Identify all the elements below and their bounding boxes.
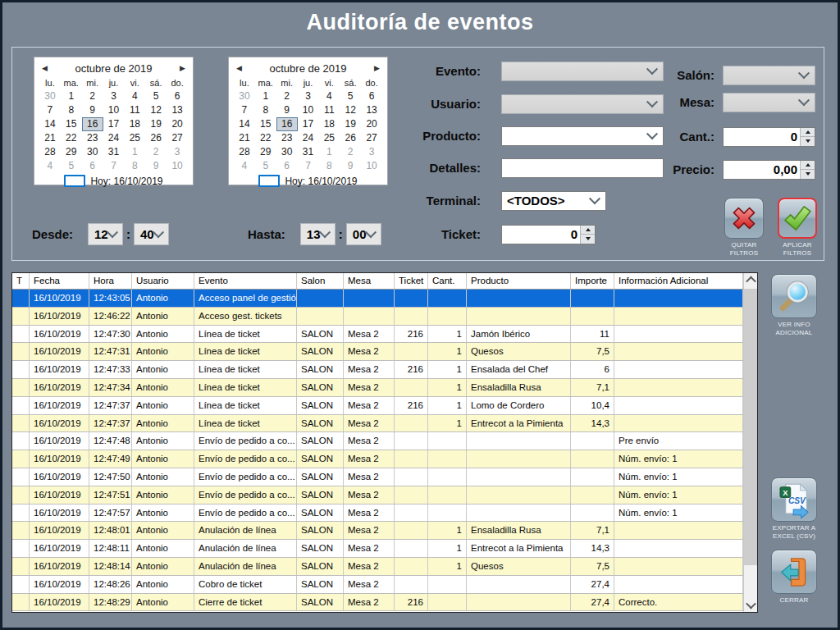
- calendar-day[interactable]: 30: [234, 89, 255, 103]
- calendar-day-today[interactable]: 16: [82, 117, 103, 131]
- calendar-day[interactable]: 10: [103, 103, 125, 117]
- spin-down-icon[interactable]: [801, 169, 815, 179]
- calendar-day[interactable]: 3: [167, 145, 188, 159]
- calendar-day[interactable]: 1: [255, 89, 276, 103]
- calendar-day[interactable]: 1: [61, 89, 82, 103]
- column-header-mesa[interactable]: Mesa: [344, 273, 395, 289]
- calendar-day[interactable]: 18: [124, 117, 145, 131]
- calendar-day[interactable]: 4: [234, 159, 255, 173]
- column-header-evento[interactable]: Evento: [194, 273, 297, 289]
- calendar-day[interactable]: 6: [82, 159, 103, 173]
- hasta-hour-dropdown[interactable]: 13: [300, 223, 336, 245]
- calendar-month-label[interactable]: octubre de 2019: [270, 62, 347, 75]
- calendar-day[interactable]: 30: [39, 89, 61, 103]
- calendar-day[interactable]: 25: [124, 131, 145, 145]
- calendar-day[interactable]: 30: [82, 145, 103, 159]
- cerrar-button[interactable]: [771, 550, 817, 594]
- calendar-day[interactable]: 9: [276, 103, 298, 117]
- calendar-prev-icon[interactable]: ◀: [234, 64, 244, 72]
- calendar-day[interactable]: 5: [145, 89, 167, 103]
- calendar-today-row[interactable]: Hoy: 16/10/2019: [39, 175, 188, 187]
- calendar-day[interactable]: 31: [103, 145, 125, 159]
- calendar-day[interactable]: 29: [255, 145, 276, 159]
- column-header-t[interactable]: T: [12, 273, 30, 289]
- calendar-day[interactable]: 29: [61, 145, 82, 159]
- table-row[interactable]: 16/10/201912:47:57AntonioEnvío de pedido…: [12, 504, 743, 523]
- table-row[interactable]: 16/10/201912:48:14AntonioAnulación de lí…: [12, 558, 743, 576]
- quitar-filtros-button[interactable]: [724, 198, 764, 239]
- ticket-spinner[interactable]: 0: [501, 225, 596, 244]
- calendar-day[interactable]: 21: [234, 131, 255, 145]
- column-header-producto[interactable]: Producto: [467, 273, 571, 289]
- mesa-dropdown[interactable]: [723, 93, 815, 112]
- table-row[interactable]: 16/10/201912:47:37AntonioLínea de ticket…: [12, 397, 743, 415]
- calendar-month-label[interactable]: octubre de 2019: [75, 62, 153, 75]
- calendar-day[interactable]: 20: [167, 117, 188, 131]
- calendar-day[interactable]: 27: [167, 131, 188, 145]
- calendar-day[interactable]: 17: [103, 117, 125, 131]
- calendar-day[interactable]: 10: [167, 159, 188, 173]
- desde-minute-dropdown[interactable]: 40: [134, 223, 169, 245]
- terminal-dropdown[interactable]: <TODOS>: [501, 191, 606, 211]
- spin-up-icon[interactable]: [801, 161, 815, 170]
- calendar-day[interactable]: 6: [276, 159, 298, 173]
- calendar-day[interactable]: 14: [39, 117, 61, 131]
- table-row[interactable]: 16/10/201912:47:33AntonioLínea de ticket…: [12, 361, 743, 379]
- calendar-day[interactable]: 24: [103, 131, 125, 145]
- exportar-excel-csv-button[interactable]: X CSV: [771, 477, 817, 522]
- calendar-day[interactable]: 13: [167, 103, 188, 117]
- table-row-selected[interactable]: 16/10/201912:43:05AntonioAcceso panel de…: [12, 290, 743, 308]
- table-row[interactable]: 16/10/201912:48:29AntonioCierre de ticke…: [12, 594, 743, 611]
- calendar-day[interactable]: 6: [167, 89, 188, 103]
- scrollbar-thumb[interactable]: [744, 289, 757, 565]
- calendar-day[interactable]: 4: [39, 159, 61, 173]
- spin-up-icon[interactable]: [581, 226, 595, 235]
- calendar-day[interactable]: 10: [298, 103, 319, 117]
- column-header-informaci-n-adicional[interactable]: Información Adicional: [614, 273, 743, 289]
- table-row[interactable]: 16/10/201912:47:30AntonioLínea de ticket…: [12, 326, 743, 344]
- desde-hour-dropdown[interactable]: 12: [88, 223, 123, 245]
- calendar-day[interactable]: 22: [255, 131, 276, 145]
- table-row[interactable]: 16/10/201912:47:51AntonioEnvío de pedido…: [12, 486, 743, 504]
- calendar-day[interactable]: 15: [255, 117, 276, 131]
- column-header-salon[interactable]: Salon: [297, 273, 344, 289]
- calendar-day[interactable]: 30: [276, 145, 298, 159]
- table-row[interactable]: 16/10/201912:47:34AntonioLínea de ticket…: [12, 379, 743, 397]
- calendar-day[interactable]: 28: [39, 145, 61, 159]
- table-row[interactable]: 16/10/201912:47:49AntonioEnvío de pedido…: [12, 450, 743, 468]
- calendar-day[interactable]: 15: [61, 117, 82, 131]
- calendar-day[interactable]: 11: [124, 103, 145, 117]
- calendar-day[interactable]: 5: [61, 159, 82, 173]
- spin-up-icon[interactable]: [801, 128, 815, 137]
- scroll-up-icon[interactable]: [744, 273, 757, 287]
- spin-down-icon[interactable]: [581, 234, 595, 244]
- aplicar-filtros-button[interactable]: [778, 198, 817, 239]
- ver-info-adicional-button[interactable]: [771, 274, 817, 318]
- column-header-hora[interactable]: Hora: [89, 273, 132, 289]
- calendar-day[interactable]: 24: [298, 131, 319, 145]
- calendar-day[interactable]: 4: [124, 89, 145, 103]
- column-header-fecha[interactable]: Fecha: [30, 273, 89, 289]
- calendar-day[interactable]: 14: [234, 117, 255, 131]
- calendar-day[interactable]: 19: [145, 117, 167, 131]
- precio-spinner[interactable]: 0,00: [723, 160, 815, 180]
- calendar-day[interactable]: 7: [234, 103, 255, 117]
- table-row[interactable]: 16/10/201912:47:50AntonioEnvío de pedido…: [12, 468, 743, 486]
- calendar-day[interactable]: 7: [298, 159, 319, 173]
- table-row[interactable]: 16/10/201912:46:22AntonioAcceso gest. ti…: [12, 308, 743, 326]
- table-row[interactable]: 16/10/201912:48:26AntonioCobro de ticket…: [12, 576, 743, 594]
- calendar-day[interactable]: 17: [298, 117, 319, 131]
- table-row[interactable]: 16/10/201912:48:11AntonioAnulación de lí…: [12, 540, 743, 558]
- calendar-day[interactable]: 2: [82, 89, 103, 103]
- column-header-ticket[interactable]: Ticket: [395, 273, 428, 289]
- calendar-day[interactable]: 7: [39, 103, 61, 117]
- calendar-day[interactable]: 3: [103, 89, 125, 103]
- calendar-day-today[interactable]: 16: [276, 117, 298, 131]
- calendar-day[interactable]: 23: [82, 131, 103, 145]
- table-row[interactable]: 16/10/201912:47:31AntonioLínea de ticket…: [12, 343, 743, 361]
- column-header-cant[interactable]: Cant.: [428, 273, 467, 289]
- calendar-day[interactable]: 5: [255, 159, 276, 173]
- calendar-day[interactable]: 31: [298, 145, 319, 159]
- calendar-day[interactable]: 12: [145, 103, 167, 117]
- column-header-usuario[interactable]: Usuario: [132, 273, 194, 289]
